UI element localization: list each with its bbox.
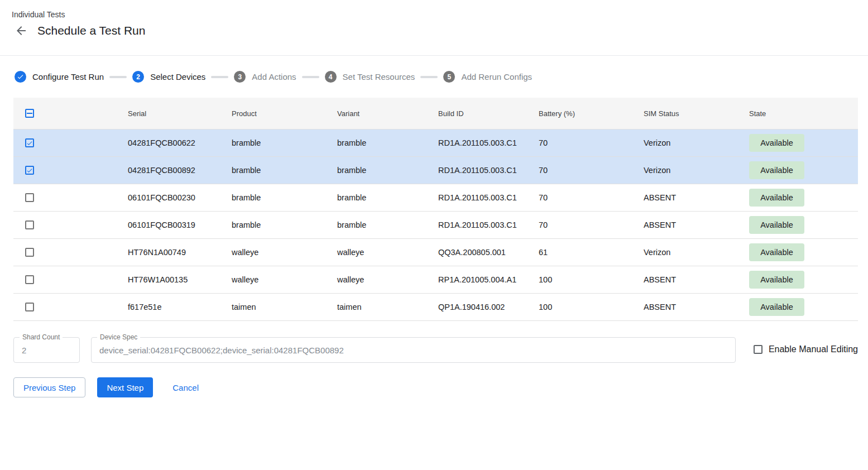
table-row[interactable]: 06101FQCB00230 bramble bramble RD1A.2011… — [13, 184, 858, 212]
step-label: Configure Test Run — [32, 72, 104, 81]
cell-sim-status: Verizon — [644, 166, 749, 175]
cell-product: bramble — [232, 220, 337, 229]
cell-build-id: RD1A.201105.003.C1 — [438, 138, 539, 147]
cell-product: walleye — [232, 275, 337, 284]
next-step-button[interactable]: Next Step — [97, 377, 153, 397]
step-number: 3 — [234, 71, 246, 83]
column-header-serial: Serial — [128, 109, 232, 118]
cell-sim-status: ABSENT — [644, 193, 749, 202]
row-checkbox[interactable] — [25, 303, 34, 311]
table-row[interactable]: HT76N1A00749 walleye walleye QQ3A.200805… — [13, 239, 858, 266]
row-checkbox[interactable] — [25, 166, 34, 175]
table-header: Serial Product Variant Build ID Battery … — [13, 98, 858, 130]
cell-battery: 61 — [539, 248, 644, 257]
step-connector — [420, 76, 438, 78]
step-label: Add Actions — [252, 72, 296, 81]
cancel-button[interactable]: Cancel — [167, 377, 204, 397]
cell-serial: 04281FQCB00892 — [128, 166, 232, 175]
table-row[interactable]: f617e51e taimen taimen QP1A.190416.002 1… — [13, 294, 858, 321]
cell-sim-status: Verizon — [644, 138, 749, 147]
table-row[interactable]: 04281FQCB00892 bramble bramble RD1A.2011… — [13, 157, 858, 184]
cell-build-id: RD1A.201105.003.C1 — [438, 166, 539, 175]
action-buttons: Previous Step Next Step Cancel — [13, 377, 868, 397]
cell-battery: 70 — [539, 193, 644, 202]
cell-serial: HT76N1A00749 — [128, 248, 232, 257]
cell-product: bramble — [232, 166, 337, 175]
column-header-state: State — [749, 109, 858, 118]
cell-battery: 100 — [539, 275, 644, 284]
state-chip: Available — [749, 271, 804, 289]
enable-manual-editing[interactable]: Enable Manual Editing — [754, 344, 858, 354]
cell-variant: bramble — [337, 138, 438, 147]
row-checkbox[interactable] — [25, 275, 34, 284]
step-select-devices[interactable]: 2 Select Devices — [132, 71, 205, 83]
step-label: Set Test Resources — [343, 72, 415, 81]
cell-serial: 06101FQCB00319 — [128, 220, 232, 229]
cell-variant: walleye — [337, 275, 438, 284]
column-header-variant: Variant — [337, 109, 438, 118]
state-chip: Available — [749, 134, 804, 152]
cell-sim-status: ABSENT — [644, 303, 749, 311]
step-set-test-resources[interactable]: 4 Set Test Resources — [325, 71, 415, 83]
stepper: Configure Test Run 2 Select Devices 3 Ad… — [0, 56, 868, 98]
step-connector — [109, 76, 127, 78]
table-row[interactable]: HT76W1A00135 walleye walleye RP1A.201005… — [13, 266, 858, 294]
cell-serial: HT76W1A00135 — [128, 275, 232, 284]
cell-build-id: RD1A.201105.003.C1 — [438, 193, 539, 202]
breadcrumb: Individual Tests — [12, 10, 855, 19]
shard-count-label: Shard Count — [20, 333, 63, 341]
column-header-build-id: Build ID — [438, 109, 539, 118]
cell-build-id: RP1A.201005.004.A1 — [438, 275, 539, 284]
state-chip: Available — [749, 298, 804, 316]
row-checkbox[interactable] — [25, 220, 34, 229]
cell-variant: bramble — [337, 166, 438, 175]
cell-product: bramble — [232, 193, 337, 202]
table-row[interactable]: 06101FQCB00319 bramble bramble RD1A.2011… — [13, 212, 858, 239]
cell-variant: bramble — [337, 193, 438, 202]
cell-serial: f617e51e — [128, 303, 232, 311]
manual-editing-checkbox[interactable] — [754, 345, 763, 354]
cell-variant: bramble — [337, 220, 438, 229]
step-add-actions[interactable]: 3 Add Actions — [234, 71, 296, 83]
step-number: 4 — [325, 71, 337, 83]
device-spec-label: Device Spec — [97, 333, 140, 341]
state-chip: Available — [749, 189, 804, 207]
step-connector — [211, 76, 228, 78]
previous-step-button[interactable]: Previous Step — [13, 377, 85, 397]
cell-sim-status: ABSENT — [644, 220, 749, 229]
cell-serial: 06101FQCB00230 — [128, 193, 232, 202]
cell-build-id: QQ3A.200805.001 — [438, 248, 539, 257]
page-header: Individual Tests Schedule a Test Run — [0, 0, 868, 56]
column-header-battery: Battery (%) — [539, 109, 644, 118]
cell-build-id: QP1A.190416.002 — [438, 303, 539, 311]
row-checkbox[interactable] — [25, 193, 34, 202]
row-checkbox[interactable] — [25, 248, 34, 257]
cell-serial: 04281FQCB00622 — [128, 138, 232, 147]
cell-battery: 100 — [539, 303, 644, 311]
step-done-check-icon — [15, 71, 26, 83]
device-spec-form: Shard Count 2 Device Spec device_serial:… — [13, 337, 858, 363]
back-arrow-icon[interactable] — [15, 24, 28, 37]
cell-variant: walleye — [337, 248, 438, 257]
step-add-rerun-configs[interactable]: 5 Add Rerun Configs — [443, 71, 532, 83]
check-icon — [26, 140, 33, 147]
cell-battery: 70 — [539, 166, 644, 175]
cell-product: bramble — [232, 138, 337, 147]
table-row[interactable]: 04281FQCB00622 bramble bramble RD1A.2011… — [13, 130, 858, 157]
cell-sim-status: ABSENT — [644, 275, 749, 284]
device-spec-field: Device Spec device_serial:04281FQCB00622… — [91, 337, 736, 363]
cell-sim-status: Verizon — [644, 248, 749, 257]
select-all-checkbox[interactable] — [25, 109, 34, 118]
cell-battery: 70 — [539, 220, 644, 229]
state-chip: Available — [749, 216, 804, 234]
cell-build-id: RD1A.201105.003.C1 — [438, 220, 539, 229]
row-checkbox[interactable] — [25, 138, 34, 147]
step-configure-test-run[interactable]: Configure Test Run — [15, 71, 104, 83]
table-body: 04281FQCB00622 bramble bramble RD1A.2011… — [13, 130, 858, 321]
step-number: 5 — [443, 71, 455, 83]
cell-variant: taimen — [337, 303, 438, 311]
state-chip: Available — [749, 243, 804, 261]
column-header-product: Product — [232, 109, 337, 118]
step-number: 2 — [132, 71, 144, 83]
device-spec-value: device_serial:04281FQCB00622;device_seri… — [99, 346, 344, 355]
